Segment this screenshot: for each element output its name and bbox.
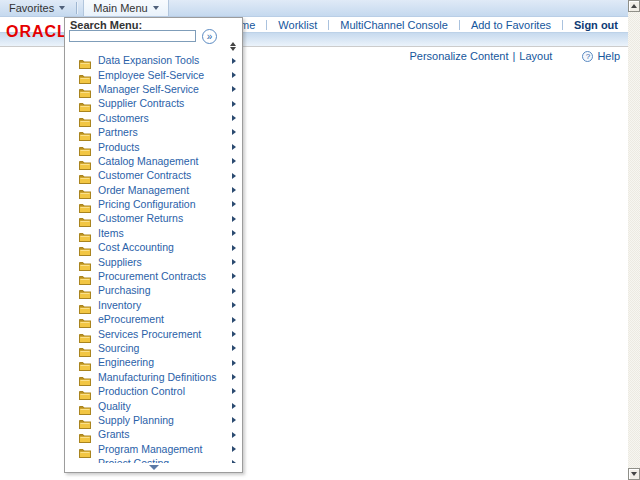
folder-icon bbox=[79, 170, 91, 180]
main-menu-dropdown: Search Menu: » Data Expansion Tools bbox=[64, 17, 243, 473]
menu-item-customers[interactable]: Customers bbox=[65, 111, 242, 125]
menu-item-partners[interactable]: Partners bbox=[65, 125, 242, 139]
double-chevron-icon: » bbox=[207, 31, 213, 42]
menu-item-customer-contracts[interactable]: Customer Contracts bbox=[65, 168, 242, 182]
menu-scroll-down[interactable] bbox=[65, 463, 242, 471]
personalize-separator: | bbox=[512, 50, 515, 62]
menu-item-procurement-contracts[interactable]: Procurement Contracts bbox=[65, 269, 242, 283]
menu-item-program-management[interactable]: Program Management bbox=[65, 442, 242, 456]
submenu-arrow-icon bbox=[232, 331, 236, 337]
tab-favorites[interactable]: Favorites bbox=[0, 0, 74, 16]
menu-item-production-control[interactable]: Production Control bbox=[65, 384, 242, 398]
menu-item-label: Procurement Contracts bbox=[98, 270, 206, 282]
menu-item-manager-self-service[interactable]: Manager Self-Service bbox=[65, 82, 242, 96]
folder-icon bbox=[79, 271, 91, 281]
submenu-arrow-icon bbox=[232, 388, 236, 394]
scroll-up-button[interactable] bbox=[628, 0, 640, 12]
menu-item-label: Purchasing bbox=[98, 284, 151, 296]
submenu-arrow-icon bbox=[232, 403, 236, 409]
menu-resize-handle[interactable] bbox=[229, 42, 236, 51]
submenu-arrow-icon bbox=[232, 417, 236, 423]
menu-item-engineering[interactable]: Engineering bbox=[65, 355, 242, 369]
menu-item-supplier-contracts[interactable]: Supplier Contracts bbox=[65, 96, 242, 110]
menu-item-label: Program Management bbox=[98, 443, 202, 455]
submenu-arrow-icon bbox=[232, 115, 236, 121]
folder-icon bbox=[79, 84, 91, 94]
submenu-arrow-icon bbox=[232, 187, 236, 193]
folder-icon bbox=[79, 386, 91, 396]
menu-item-label: Customer Returns bbox=[98, 212, 183, 224]
link-separator bbox=[562, 20, 563, 30]
folder-icon bbox=[79, 314, 91, 324]
menu-item-pricing-configuration[interactable]: Pricing Configuration bbox=[65, 197, 242, 211]
search-go-button[interactable]: » bbox=[202, 29, 217, 44]
folder-icon bbox=[79, 444, 91, 454]
help-link[interactable]: ? Help bbox=[582, 50, 620, 62]
menu-item-products[interactable]: Products bbox=[65, 139, 242, 153]
submenu-arrow-icon bbox=[232, 173, 236, 179]
menu-item-suppliers[interactable]: Suppliers bbox=[65, 254, 242, 268]
menu-item-label: Catalog Management bbox=[98, 155, 198, 167]
submenu-arrow-icon bbox=[232, 230, 236, 236]
tab-main-menu-label: Main Menu bbox=[93, 2, 147, 14]
folder-icon bbox=[79, 285, 91, 295]
resize-up-icon bbox=[230, 42, 236, 46]
arrow-down-icon bbox=[631, 472, 637, 476]
header-link-sign-out[interactable]: Sign out bbox=[574, 19, 618, 31]
search-input[interactable] bbox=[69, 30, 196, 42]
layout-link[interactable]: Layout bbox=[519, 50, 552, 62]
chevron-down-icon bbox=[59, 6, 65, 10]
menu-item-label: Manager Self-Service bbox=[98, 83, 199, 95]
menu-item-order-management[interactable]: Order Management bbox=[65, 183, 242, 197]
scroll-down-button[interactable] bbox=[628, 468, 640, 480]
menu-item-services-procurement[interactable]: Services Procurement bbox=[65, 326, 242, 340]
menu-item-grants[interactable]: Grants bbox=[65, 427, 242, 441]
menu-item-label: Grants bbox=[98, 428, 130, 440]
tab-main-menu[interactable]: Main Menu bbox=[83, 0, 168, 16]
folder-icon bbox=[79, 372, 91, 382]
menu-item-label: Cost Accounting bbox=[98, 241, 174, 253]
submenu-arrow-icon bbox=[232, 302, 236, 308]
help-label: Help bbox=[597, 50, 620, 62]
menu-item-eprocurement[interactable]: eProcurement bbox=[65, 312, 242, 326]
menu-item-employee-self-service[interactable]: Employee Self-Service bbox=[65, 67, 242, 81]
scroll-down-icon bbox=[149, 465, 159, 470]
header-link-multichannel-console[interactable]: MultiChannel Console bbox=[340, 19, 448, 31]
menu-item-quality[interactable]: Quality bbox=[65, 398, 242, 412]
menu-item-items[interactable]: Items bbox=[65, 226, 242, 240]
menu-item-label: Supplier Contracts bbox=[98, 97, 184, 109]
menu-item-customer-returns[interactable]: Customer Returns bbox=[65, 211, 242, 225]
menu-item-catalog-management[interactable]: Catalog Management bbox=[65, 154, 242, 168]
folder-icon bbox=[79, 156, 91, 166]
menu-item-label: eProcurement bbox=[98, 313, 164, 325]
menu-item-label: Production Control bbox=[98, 385, 185, 397]
folder-icon bbox=[79, 300, 91, 310]
vertical-scrollbar bbox=[628, 0, 640, 480]
submenu-arrow-icon bbox=[232, 58, 236, 64]
menu-item-sourcing[interactable]: Sourcing bbox=[65, 341, 242, 355]
folder-icon bbox=[79, 55, 91, 65]
submenu-arrow-icon bbox=[232, 86, 236, 92]
menu-item-cost-accounting[interactable]: Cost Accounting bbox=[65, 240, 242, 254]
menu-item-purchasing[interactable]: Purchasing bbox=[65, 283, 242, 297]
menu-item-label: Partners bbox=[98, 126, 138, 138]
submenu-arrow-icon bbox=[232, 101, 236, 107]
menu-item-label: Employee Self-Service bbox=[98, 69, 204, 81]
menu-item-inventory[interactable]: Inventory bbox=[65, 298, 242, 312]
submenu-arrow-icon bbox=[232, 432, 236, 438]
help-icon: ? bbox=[582, 51, 593, 62]
folder-icon bbox=[79, 70, 91, 80]
folder-icon bbox=[79, 199, 91, 209]
header-link-worklist[interactable]: Worklist bbox=[278, 19, 317, 31]
menu-item-supply-planning[interactable]: Supply Planning bbox=[65, 413, 242, 427]
page: Favorites Main Menu ORACLE HomeWorklistM… bbox=[0, 0, 640, 480]
submenu-arrow-icon bbox=[232, 288, 236, 294]
personalize-content-link[interactable]: Personalize Content bbox=[409, 50, 508, 62]
menu-item-manufacturing-definitions[interactable]: Manufacturing Definitions bbox=[65, 370, 242, 384]
scrollbar-track[interactable] bbox=[628, 12, 640, 468]
header-link-add-to-favorites[interactable]: Add to Favorites bbox=[471, 19, 551, 31]
submenu-arrow-icon bbox=[232, 216, 236, 222]
menu-item-data-expansion-tools[interactable]: Data Expansion Tools bbox=[65, 53, 242, 67]
submenu-arrow-icon bbox=[232, 259, 236, 265]
menu-item-project-costing[interactable]: Project Costing bbox=[65, 456, 242, 463]
